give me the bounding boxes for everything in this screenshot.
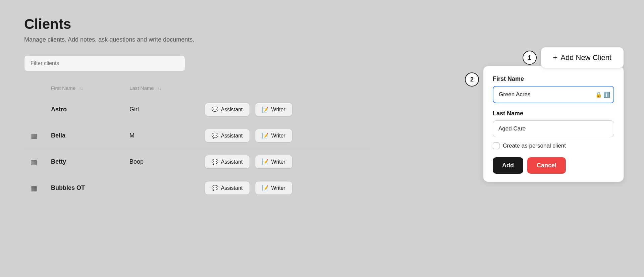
- step1-row: 1 + Add New Client: [523, 47, 624, 68]
- client-first-name: Astro: [44, 97, 123, 123]
- first-name-label: First Name: [493, 75, 614, 82]
- row-actions: 💬 Assistant 📝 Writer: [198, 175, 372, 201]
- assistant-icon: 💬: [212, 132, 218, 139]
- page-title: Clients: [24, 16, 372, 32]
- col-icon-header: [24, 80, 44, 97]
- writer-button[interactable]: 📝 Writer: [255, 155, 292, 169]
- last-name-input[interactable]: [493, 120, 614, 137]
- client-type-icon: ▦: [31, 158, 37, 166]
- plus-icon: +: [553, 53, 557, 62]
- filter-clients-input[interactable]: [24, 55, 185, 71]
- col-actions-header: [198, 80, 372, 97]
- row-actions: 💬 Assistant 📝 Writer: [198, 123, 372, 149]
- add-client-form: First Name 🔒 ℹ️ Last Name Create as pers…: [483, 66, 624, 182]
- table-row: ▦ Bubbles OT 💬 Assistant 📝 Writer: [24, 175, 372, 201]
- add-button[interactable]: Add: [493, 157, 523, 174]
- row-actions: 💬 Assistant 📝 Writer: [198, 97, 372, 123]
- writer-icon: 📝: [262, 159, 269, 165]
- table-row: Astro Girl 💬 Assistant 📝 Writer: [24, 97, 372, 123]
- table-row: ▦ Betty Boop 💬 Assistant 📝 Writer: [24, 149, 372, 175]
- assistant-button[interactable]: 💬 Assistant: [205, 155, 250, 169]
- assistant-icon: 💬: [212, 106, 218, 113]
- overlay-area: 1 + Add New Client 2 First Name 🔒 ℹ️ Las…: [465, 47, 624, 182]
- step2-badge: 2: [465, 72, 479, 87]
- client-last-name: M: [123, 123, 198, 149]
- clients-table: First Name ↑↓ Last Name ↑↓ Astro Girl 💬: [24, 79, 372, 201]
- sort-last-name-icon[interactable]: ↑↓: [157, 86, 161, 91]
- info-icon: ℹ️: [603, 92, 610, 98]
- assistant-icon: 💬: [212, 185, 218, 191]
- row-icon-cell: ▦: [24, 175, 44, 201]
- page-subtitle: Manage clients. Add notes, ask questions…: [24, 36, 372, 43]
- cancel-button[interactable]: Cancel: [527, 157, 566, 174]
- client-first-name: Betty: [44, 149, 123, 175]
- client-first-name: Bubbles OT: [44, 175, 123, 201]
- writer-icon: 📝: [262, 106, 269, 113]
- col-last-name-header[interactable]: Last Name ↑↓: [123, 80, 198, 97]
- table-row: ▦ Bella M 💬 Assistant 📝 Writer: [24, 123, 372, 149]
- client-type-icon: ▦: [31, 184, 37, 192]
- client-last-name: [123, 175, 198, 201]
- row-icon-cell: ▦: [24, 149, 44, 175]
- col-first-name-header[interactable]: First Name ↑↓: [44, 80, 123, 97]
- personal-client-row: Create as personal client: [493, 143, 614, 149]
- client-last-name: Boop: [123, 149, 198, 175]
- writer-button[interactable]: 📝 Writer: [255, 129, 292, 143]
- assistant-button[interactable]: 💬 Assistant: [205, 103, 250, 116]
- last-name-label: Last Name: [493, 110, 614, 117]
- assistant-button[interactable]: 💬 Assistant: [205, 129, 250, 143]
- personal-client-checkbox[interactable]: [493, 143, 499, 149]
- personal-client-label: Create as personal client: [503, 143, 566, 149]
- assistant-icon: 💬: [212, 159, 218, 165]
- client-last-name: Girl: [123, 97, 198, 123]
- form-actions: Add Cancel: [493, 157, 614, 174]
- first-name-field-wrapper: 🔒 ℹ️: [493, 86, 614, 103]
- client-type-icon: ▦: [31, 132, 37, 140]
- writer-button[interactable]: 📝 Writer: [255, 103, 292, 116]
- row-icon-cell: [24, 97, 44, 123]
- step1-badge: 1: [523, 51, 537, 65]
- writer-icon: 📝: [262, 132, 269, 139]
- assistant-button[interactable]: 💬 Assistant: [205, 181, 250, 195]
- writer-icon: 📝: [262, 185, 269, 191]
- step2-row: 2 First Name 🔒 ℹ️ Last Name Create as pe…: [465, 66, 624, 182]
- lock-icon: 🔒: [595, 92, 602, 98]
- input-icons: 🔒 ℹ️: [595, 92, 610, 98]
- row-icon-cell: ▦: [24, 123, 44, 149]
- sort-first-name-icon[interactable]: ↑↓: [79, 86, 83, 91]
- add-client-label: Add New Client: [560, 53, 611, 62]
- client-first-name: Bella: [44, 123, 123, 149]
- add-new-client-button[interactable]: + Add New Client: [541, 47, 624, 68]
- writer-button[interactable]: 📝 Writer: [255, 181, 292, 195]
- row-actions: 💬 Assistant 📝 Writer: [198, 149, 372, 175]
